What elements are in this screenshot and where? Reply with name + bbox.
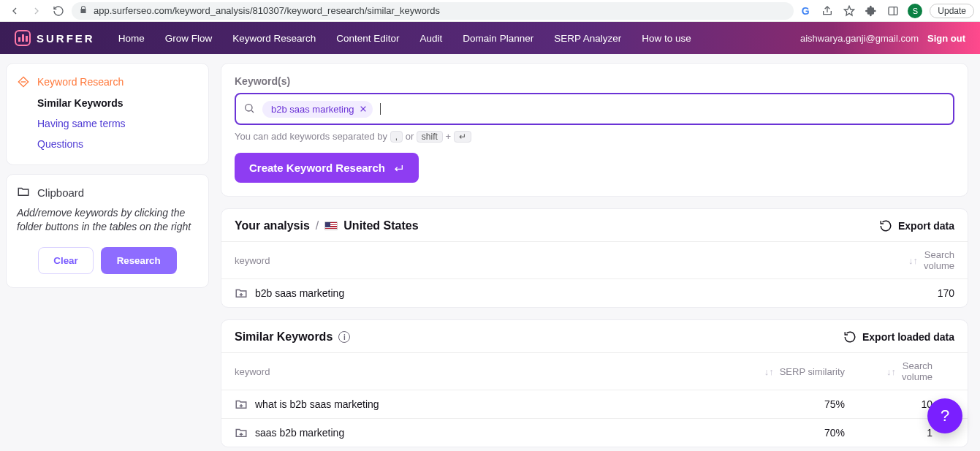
sort-icon: ↓↑ [886, 366, 896, 377]
share-icon[interactable] [820, 4, 835, 18]
nav-grow-flow[interactable]: Grow Flow [165, 33, 213, 44]
similar-title: Similar Keywords [235, 330, 333, 344]
row-keyword: b2b saas marketing [255, 287, 344, 299]
signout-link[interactable]: Sign out [927, 33, 965, 44]
svg-marker-0 [845, 6, 854, 15]
export-loaded-button[interactable]: Export loaded data [843, 320, 968, 346]
us-flag-icon [324, 221, 338, 230]
brand-logo[interactable]: SURFER [15, 30, 95, 46]
analysis-panel: Your analysis / United States Export dat… [221, 208, 968, 308]
sidepanel-icon[interactable] [886, 4, 900, 18]
diamond-icon [17, 75, 30, 88]
similar-panel: Similar Keywords i Export loaded data ke… [221, 319, 968, 447]
brand-name: SURFER [37, 32, 95, 45]
text-caret [380, 103, 381, 115]
star-icon[interactable] [842, 4, 856, 18]
col-serp-header[interactable]: ↓↑ SERP similarity [728, 366, 845, 377]
keyword-text-input[interactable] [388, 103, 946, 115]
add-folder-icon[interactable] [235, 426, 248, 439]
row-volume: 1 [845, 427, 932, 439]
create-button-label: Create Keyword Research [249, 162, 385, 174]
keywords-label: Keyword(s) [235, 75, 954, 87]
forward-icon[interactable] [28, 2, 45, 20]
url-text: app.surferseo.com/keyword_analysis/81030… [94, 5, 440, 16]
col-volume-header[interactable]: ↓↑ Search volume [845, 360, 932, 382]
row-keyword: saas b2b marketing [255, 427, 344, 439]
analysis-title-lead: Your analysis [235, 219, 310, 232]
google-icon[interactable]: G [798, 4, 813, 18]
col-keyword-header: keyword [235, 255, 867, 266]
col-keyword-header: keyword [235, 366, 728, 377]
col-volume-header[interactable]: ↓↑ Search volume [867, 249, 954, 271]
help-fab[interactable]: ? [927, 398, 962, 433]
sidebar-section-label: Keyword Research [37, 76, 124, 88]
add-folder-icon[interactable] [235, 398, 248, 411]
nav-how-to-use[interactable]: How to use [642, 33, 691, 44]
slash: / [316, 219, 319, 232]
row-volume: 10 [845, 398, 932, 410]
search-icon [243, 102, 255, 116]
row-keyword: what is b2b saas marketing [255, 398, 379, 410]
shift-key: shift [417, 131, 443, 143]
browser-chrome: app.surferseo.com/keyword_analysis/81030… [0, 0, 980, 22]
sidebar-nav: Keyword Research Similar Keywords Having… [6, 63, 209, 165]
nav-serp-analyzer[interactable]: SERP Analyzer [554, 33, 621, 44]
sidebar-item-similar-keywords[interactable]: Similar Keywords [37, 93, 198, 113]
table-row: b2b saas marketing 170 [221, 278, 968, 307]
clipboard-desc: Add/remove keywords by clicking the fold… [17, 206, 198, 234]
sort-icon: ↓↑ [764, 366, 774, 377]
svg-rect-1 [889, 7, 897, 15]
reload-icon[interactable] [50, 2, 67, 20]
export-icon [879, 219, 892, 232]
export-loaded-label: Export loaded data [862, 331, 954, 343]
sidebar-item-questions[interactable]: Questions [37, 134, 198, 154]
keyword-hint: You can add keywords separated by , or s… [235, 131, 954, 143]
nav-keyword-research[interactable]: Keyword Research [232, 33, 316, 44]
row-serp: 75% [728, 398, 845, 410]
nav-audit[interactable]: Audit [420, 33, 443, 44]
sidebar-item-same-terms[interactable]: Having same terms [37, 113, 198, 134]
sort-icon: ↓↑ [908, 255, 918, 266]
user-email: aishwarya.ganji@gmail.com [800, 33, 919, 44]
table-row: what is b2b saas marketing 75% 10 ⋮ [221, 390, 968, 418]
row-volume: 170 [867, 287, 954, 299]
update-button[interactable]: Update [930, 4, 974, 18]
research-button[interactable]: Research [101, 247, 177, 274]
keyword-chip-label: b2b saas marketing [271, 104, 354, 115]
folder-icon [17, 185, 30, 200]
export-data-button[interactable]: Export data [879, 219, 954, 232]
nav-links: Home Grow Flow Keyword Research Content … [118, 33, 691, 44]
keyword-chip: b2b saas marketing [262, 101, 373, 118]
help-icon: ? [941, 406, 949, 425]
info-icon[interactable]: i [338, 331, 350, 343]
keyword-input[interactable]: b2b saas marketing [235, 93, 954, 125]
add-folder-icon[interactable] [235, 287, 248, 300]
export-data-label: Export data [898, 220, 954, 232]
back-icon[interactable] [6, 2, 23, 20]
close-icon[interactable] [360, 104, 367, 115]
nav-content-editor[interactable]: Content Editor [336, 33, 399, 44]
comma-key: , [390, 131, 403, 143]
analysis-country: United States [343, 219, 418, 232]
clipboard-title: Clipboard [37, 186, 84, 199]
row-serp: 70% [728, 427, 845, 439]
nav-domain-planner[interactable]: Domain Planner [463, 33, 533, 44]
clipboard-panel: Clipboard Add/remove keywords by clickin… [6, 174, 209, 288]
logo-icon [15, 30, 31, 46]
svg-line-4 [251, 110, 254, 113]
clear-button[interactable]: Clear [38, 247, 93, 274]
table-row: saas b2b marketing 70% 1 [221, 418, 968, 447]
address-bar[interactable]: app.surferseo.com/keyword_analysis/81030… [72, 2, 794, 20]
extensions-icon[interactable] [864, 4, 878, 18]
profile-avatar[interactable]: S [908, 4, 922, 18]
nav-home[interactable]: Home [118, 33, 145, 44]
export-icon [843, 330, 856, 344]
top-nav: SURFER Home Grow Flow Keyword Research C… [0, 22, 980, 54]
enter-key: ↵ [454, 131, 471, 143]
enter-icon [392, 162, 404, 174]
keywords-panel: Keyword(s) b2b saas marketing You can ad… [221, 63, 968, 197]
sidebar-section-keyword-research[interactable]: Keyword Research [17, 71, 198, 93]
create-keyword-research-button[interactable]: Create Keyword Research [235, 153, 419, 183]
svg-point-3 [246, 104, 252, 110]
lock-icon [79, 5, 88, 16]
